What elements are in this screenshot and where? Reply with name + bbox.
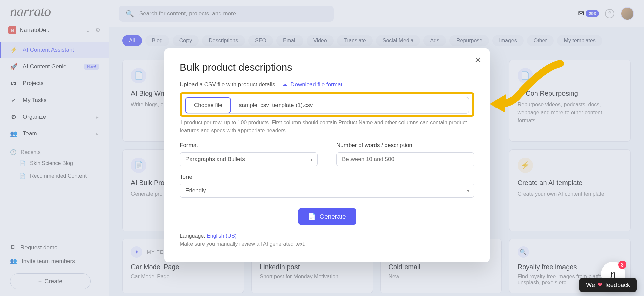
language-line: Language: English (US)	[180, 233, 474, 239]
feedback-bar[interactable]: We ❤ feedback	[579, 278, 637, 292]
review-note: Make sure you manually review all AI gen…	[180, 241, 474, 247]
file-hint: 1 product per row, up to 100 products. F…	[180, 119, 474, 135]
modal-title: Bulk product descriptions	[180, 62, 474, 73]
choose-file-label: Choose file	[194, 102, 222, 109]
words-input-wrap	[336, 152, 474, 166]
file-upload-row: Choose file sample_csv_template (1).csv	[185, 97, 469, 114]
words-group: Number of words / description	[336, 142, 474, 166]
generate-label: Generate	[319, 213, 346, 220]
file-name: sample_csv_template (1).csv	[231, 102, 321, 109]
heart-icon: ❤	[598, 281, 603, 289]
file-highlight-annotation: Choose file sample_csv_template (1).csv	[180, 92, 474, 117]
modal-footer: Language: English (US) Make sure you man…	[180, 233, 474, 247]
download-file-format-link[interactable]: ☁ Download file format	[282, 81, 342, 88]
cloud-download-icon: ☁	[282, 81, 288, 88]
language-label: Language:	[180, 233, 207, 239]
language-value[interactable]: English (US)	[207, 233, 237, 239]
upload-row: Upload a CSV file with product details. …	[180, 81, 474, 88]
download-label: Download file format	[290, 81, 342, 88]
tone-label: Tone	[180, 174, 474, 180]
feedback-we: We	[586, 282, 595, 289]
bulk-product-modal: ✕ Bulk product descriptions Upload a CSV…	[164, 48, 490, 262]
format-value: Paragraphs and Bullets	[185, 156, 245, 163]
close-icon[interactable]: ✕	[474, 55, 482, 65]
file-icon: 📄	[308, 213, 316, 220]
tone-group: Tone Friendly	[180, 174, 474, 198]
words-input[interactable]	[342, 156, 469, 163]
upload-label: Upload a CSV file with product details.	[180, 81, 277, 88]
tone-value: Friendly	[185, 187, 206, 194]
words-label: Number of words / description	[336, 142, 474, 149]
choose-file-button[interactable]: Choose file	[185, 97, 231, 113]
format-group: Format Paragraphs and Bullets	[180, 142, 318, 166]
tone-select[interactable]: Friendly	[180, 184, 474, 198]
generate-button[interactable]: 📄 Generate	[298, 208, 356, 225]
chat-badge: 3	[618, 261, 626, 269]
format-select[interactable]: Paragraphs and Bullets	[180, 152, 318, 166]
format-label: Format	[180, 142, 318, 149]
feedback-text: feedback	[605, 282, 630, 289]
